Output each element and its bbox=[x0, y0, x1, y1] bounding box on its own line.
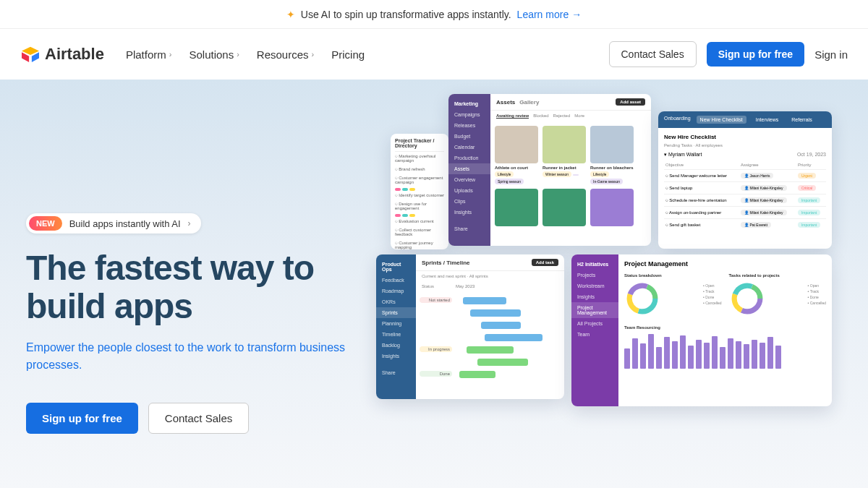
mockup-initiatives: H2 Initiatives ProjectsWorkstreamInsight… bbox=[571, 254, 832, 406]
hero-signup-button[interactable]: Sign up for free bbox=[26, 403, 138, 434]
chevron-right-icon: › bbox=[169, 50, 172, 59]
hero-title: The fastest way to build apps bbox=[26, 249, 373, 326]
main-nav: Platform› Solutions› Resources› Pricing bbox=[126, 48, 609, 61]
announcement-link[interactable]: Learn more → bbox=[517, 9, 582, 20]
announcement-text: Use AI to spin up transformative apps in… bbox=[301, 9, 511, 20]
hero-contact-button[interactable]: Contact Sales bbox=[148, 403, 249, 434]
pill-text: Build apps instantly with AI bbox=[69, 218, 181, 229]
mockup-marketing: Marketing CampaignsReleasesBudgetCalenda… bbox=[448, 94, 651, 246]
mockup-sprints: Product Ops FeedbackRoadmapOKRsSprintsPl… bbox=[376, 254, 564, 399]
contact-sales-button[interactable]: Contact Sales bbox=[609, 41, 697, 67]
chevron-right-icon: › bbox=[188, 218, 191, 228]
marketing-sidebar: Marketing CampaignsReleasesBudgetCalenda… bbox=[448, 94, 490, 246]
hero-cta-group: Sign up for free Contact Sales bbox=[26, 403, 373, 434]
mockup-onboarding: Onboarding New Hire Checklist Interviews… bbox=[658, 111, 832, 249]
signup-button[interactable]: Sign up for free bbox=[707, 42, 804, 67]
hero-section: NEW Build apps instantly with AI › The f… bbox=[0, 80, 868, 488]
hero-content: NEW Build apps instantly with AI › The f… bbox=[26, 80, 373, 488]
logo-icon bbox=[20, 46, 41, 63]
chevron-right-icon: › bbox=[237, 50, 239, 59]
nav-solutions[interactable]: Solutions› bbox=[189, 48, 239, 61]
sparkle-icon: ✦ bbox=[286, 9, 295, 20]
new-badge: NEW bbox=[29, 216, 62, 231]
mockup-project-tracker: Project Tracker / Directory ○ Marketing … bbox=[391, 134, 448, 249]
header-actions: Contact Sales Sign up for free Sign in bbox=[609, 41, 848, 67]
hero-subtitle: Empower the people closest to the work t… bbox=[26, 339, 359, 374]
arrow-icon: → bbox=[571, 9, 582, 20]
main-header: Airtable Platform› Solutions› Resources›… bbox=[0, 29, 868, 80]
logo[interactable]: Airtable bbox=[20, 45, 104, 64]
chevron-right-icon: › bbox=[312, 50, 315, 59]
hero-illustration: Project Tracker / Directory ○ Marketing … bbox=[376, 94, 868, 484]
nav-pricing[interactable]: Pricing bbox=[331, 48, 365, 61]
signin-link[interactable]: Sign in bbox=[814, 48, 848, 61]
nav-platform[interactable]: Platform› bbox=[126, 48, 172, 61]
nav-resources[interactable]: Resources› bbox=[257, 48, 314, 61]
new-feature-pill[interactable]: NEW Build apps instantly with AI › bbox=[26, 213, 201, 234]
announcement-bar: ✦ Use AI to spin up transformative apps … bbox=[0, 0, 868, 29]
